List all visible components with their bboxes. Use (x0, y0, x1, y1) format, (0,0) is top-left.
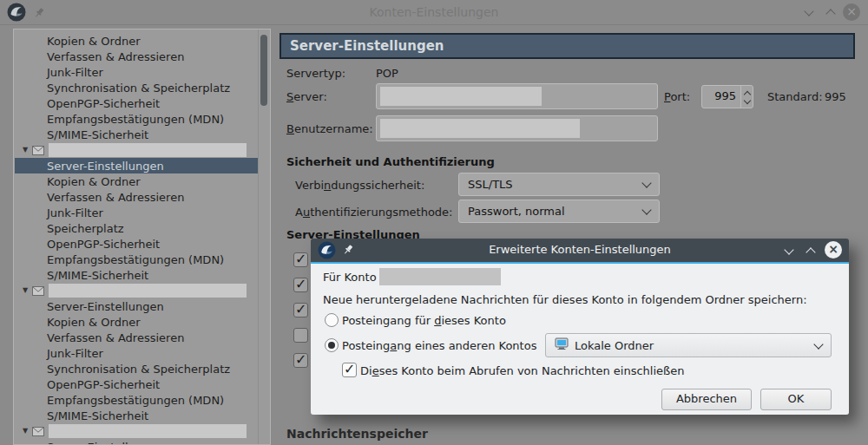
spin-down-icon[interactable] (743, 97, 750, 104)
sidebar-item-label: Verfassen & Adressieren (47, 191, 184, 204)
port-label-post: ort: (670, 90, 690, 103)
sidebar-account-row[interactable]: ▼ (15, 423, 259, 439)
sidebar-item-server-einstellungen[interactable]: Server-Einstellungen (15, 158, 259, 173)
mail-account-icon (32, 427, 44, 436)
sidebar-item-kopien-ordner[interactable]: Kopien & Ordner (15, 173, 259, 189)
sidebar-item-s-mime-sicherheit[interactable]: S/MIME-Sicherheit (15, 267, 259, 283)
sidebar-item-verfassen-adressieren[interactable]: Verfassen & Adressieren (15, 330, 259, 345)
cancel-button[interactable]: Abbrechen (661, 389, 752, 410)
twisty-icon[interactable]: ▼ (23, 287, 28, 294)
sidebar-item-s-mime-sicherheit[interactable]: S/MIME-Sicherheit (15, 408, 259, 423)
account-settings-window: Konten-Einstellungen × Kopien & OrdnerVe… (0, 0, 868, 445)
standard-value: 995 (825, 90, 846, 103)
spinner-buttons[interactable] (740, 86, 753, 108)
sidebar-account-row[interactable]: ▼ (15, 142, 259, 158)
sidebar: Kopien & OrdnerVerfassen & AdressierenJu… (13, 29, 271, 445)
ok-button[interactable]: OK (760, 389, 832, 410)
sidebar-item-label: Speicherplatz (47, 222, 124, 235)
sidebar-item-label: Synchronisation & Speicherplatz (47, 363, 230, 376)
radio-other-account[interactable] (325, 338, 339, 352)
sidebar-item-label: S/MIME-Sicherheit (47, 409, 148, 422)
server-label: Server: (286, 90, 327, 103)
sidebar-item-junk-filter[interactable]: Junk-Filter (15, 64, 259, 80)
server-setting-checkbox-3[interactable] (293, 303, 308, 317)
connection-security-label-pre: Verbi (295, 179, 324, 192)
panel-header: Server-Einstellungen (279, 33, 855, 59)
server-input[interactable] (376, 83, 658, 109)
sidebar-item-junk-filter[interactable]: Junk-Filter (15, 205, 259, 220)
twisty-icon[interactable]: ▼ (23, 428, 28, 435)
sidebar-item-label: Server-Einstellungen (47, 300, 164, 313)
sidebar-item-label: Verfassen & Adressieren (47, 331, 184, 344)
sidebar-list: Kopien & OrdnerVerfassen & AdressierenJu… (15, 33, 259, 445)
sidebar-item-server-einstellungen[interactable]: Server-Einstellungen (15, 439, 259, 445)
sidebar-item-synchronisation-speicherplatz[interactable]: Synchronisation & Speicherplatz (15, 80, 259, 95)
username-label: Benutzername: (286, 122, 373, 135)
auth-method-label-post: thentifizierungsmethode: (310, 206, 452, 219)
auth-method-select[interactable]: Passwort, normal (458, 200, 660, 223)
sidebar-item-s-mime-sicherheit[interactable]: S/MIME-Sicherheit (15, 127, 259, 142)
twisty-icon[interactable]: ▼ (23, 147, 28, 154)
sidebar-item-empfangsbest-tigungen-mdn[interactable]: Empfangsbestätigungen (MDN) (15, 111, 259, 127)
redacted-server-value (380, 87, 542, 106)
sidebar-scrollbar[interactable] (258, 29, 270, 444)
sidebar-item-label: Empfangsbestätigungen (MDN) (47, 113, 224, 126)
panel-header-title: Server-Einstellungen (290, 38, 444, 54)
sidebar-item-kopien-ordner[interactable]: Kopien & Ordner (15, 314, 259, 330)
username-input[interactable] (376, 115, 658, 141)
advanced-account-settings-dialog: Erweiterte Konten-Einstellungen × Für Ko… (311, 239, 849, 415)
sidebar-item-empfangsbest-tigungen-mdn[interactable]: Empfangsbestätigungen (MDN) (15, 392, 259, 408)
auth-method-label-pre: A (295, 206, 303, 219)
close-icon[interactable]: × (825, 241, 842, 258)
username-label-post: enutzername: (294, 122, 373, 135)
auth-method-label-key: u (303, 206, 310, 219)
include-label-post: ses Konto beim Abrufen von Nachrichten e… (379, 364, 685, 377)
sidebar-item-kopien-ordner[interactable]: Kopien & Ordner (15, 33, 259, 49)
mail-account-icon (32, 286, 44, 296)
sidebar-item-label: S/MIME-Sicherheit (47, 269, 148, 282)
connection-security-label: Verbindungssicherheit: (295, 179, 424, 192)
sidebar-item-label: Junk-Filter (47, 347, 103, 360)
folder-select[interactable]: Lokale Ordner (545, 333, 832, 357)
sidebar-item-junk-filter[interactable]: Junk-Filter (15, 345, 259, 361)
include-label-key: e (372, 364, 379, 377)
sidebar-item-label: OpenPGP-Sicherheit (47, 238, 160, 251)
dialog-description: Neue heruntergeladene Nachrichten für di… (323, 293, 807, 306)
include-label-pre: Di (360, 364, 372, 377)
sidebar-item-verfassen-adressieren[interactable]: Verfassen & Adressieren (15, 49, 259, 64)
local-folders-icon (555, 337, 569, 353)
radio-this-account[interactable] (325, 313, 339, 327)
sidebar-item-label: Kopien & Ordner (47, 316, 141, 329)
server-setting-checkbox-1[interactable] (293, 252, 308, 267)
sidebar-item-server-einstellungen[interactable]: Server-Einstellungen (15, 298, 259, 314)
sidebar-item-openpgp-sicherheit[interactable]: OpenPGP-Sicherheit (15, 236, 259, 252)
username-label-key: B (286, 122, 294, 135)
auth-method-label: Authentifizierungsmethode: (295, 206, 453, 219)
window-title: Konten-Einstellungen (0, 5, 868, 19)
redacted-account-name (379, 268, 501, 285)
folder-select-value: Lokale Ordner (575, 339, 809, 352)
server-setting-checkbox-5[interactable] (293, 353, 308, 368)
sidebar-item-empfangsbest-tigungen-mdn[interactable]: Empfangsbestätigungen (MDN) (15, 252, 259, 267)
server-setting-checkbox-4[interactable] (293, 328, 308, 343)
sidebar-item-label: Junk-Filter (47, 66, 103, 79)
sidebar-item-openpgp-sicherheit[interactable]: OpenPGP-Sicherheit (15, 95, 259, 111)
sidebar-item-openpgp-sicherheit[interactable]: OpenPGP-Sicherheit (15, 376, 259, 392)
scrollbar-thumb[interactable] (260, 35, 267, 106)
dialog-titlebar: Erweiterte Konten-Einstellungen × (311, 239, 849, 262)
sidebar-account-row[interactable]: ▼ (15, 283, 259, 298)
server-label-post: erver: (293, 90, 327, 103)
sidebar-item-speicherplatz[interactable]: Speicherplatz (15, 220, 259, 236)
connection-security-value: SSL/TLS (468, 178, 643, 191)
sidebar-item-synchronisation-speicherplatz[interactable]: Synchronisation & Speicherplatz (15, 361, 259, 376)
sidebar-item-verfassen-adressieren[interactable]: Verfassen & Adressieren (15, 189, 259, 205)
main-titlebar: Konten-Einstellungen × (0, 0, 868, 25)
connection-security-select[interactable]: SSL/TLS (458, 173, 660, 196)
port-spinner[interactable]: 995 (701, 85, 753, 108)
include-account-checkbox[interactable] (342, 363, 357, 377)
redacted-account-name (49, 284, 247, 298)
chevron-down-icon (641, 178, 651, 187)
server-setting-checkbox-2[interactable] (293, 278, 308, 292)
servertype-label: Servertyp: (286, 67, 345, 80)
close-icon[interactable]: × (843, 3, 860, 21)
